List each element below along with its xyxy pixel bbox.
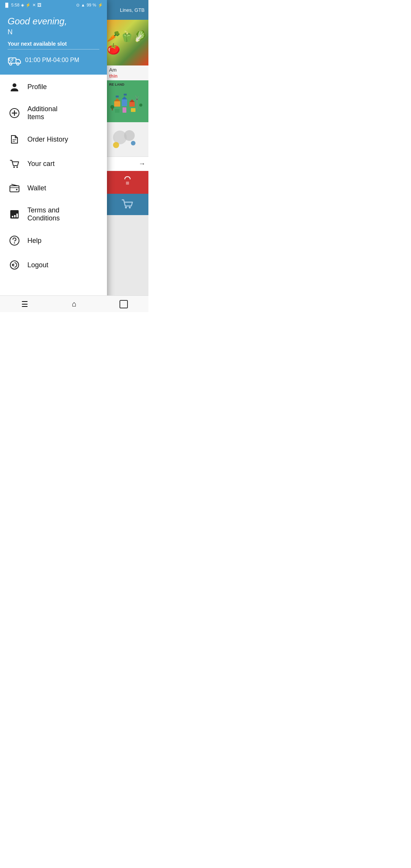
menu-item-logout[interactable]: Logout xyxy=(0,253,80,277)
help-icon xyxy=(8,235,21,247)
svg-rect-10 xyxy=(124,94,127,96)
order-history-label: Order History xyxy=(27,136,68,144)
nav-back-button[interactable] xyxy=(115,296,132,313)
menu-item-order-history[interactable]: Order History xyxy=(0,127,80,152)
menu-item-additional-items[interactable]: Additional Items xyxy=(0,99,80,127)
nav-home-button[interactable]: ⌂ xyxy=(66,296,83,313)
game-grid-svg xyxy=(110,86,145,116)
svg-point-39 xyxy=(13,166,15,168)
svg-point-42 xyxy=(16,189,18,190)
profile-icon xyxy=(8,81,21,93)
svg-point-29 xyxy=(17,63,19,65)
svg-rect-24 xyxy=(126,182,129,185)
svg-marker-5 xyxy=(129,99,135,102)
svg-point-18 xyxy=(139,104,142,107)
nav-bar: ☰ ⌂ xyxy=(0,295,148,312)
truck-icon xyxy=(8,53,21,67)
svg-point-12 xyxy=(136,99,138,100)
balloon-svg xyxy=(108,124,147,155)
signal-icon: ▐▌ xyxy=(4,3,10,7)
svg-rect-0 xyxy=(114,101,120,107)
user-initial: N xyxy=(8,28,99,36)
menu-item-your-cart[interactable]: Your cart xyxy=(0,152,80,176)
photo-icon: 🖼 xyxy=(37,3,41,7)
terms-icon xyxy=(8,208,21,220)
svg-marker-1 xyxy=(114,98,120,101)
additional-items-label: Additional Items xyxy=(27,105,72,121)
status-bar: ▐▌ 5:58 ◈ ⚡ ✕ 🖼 ⊙ ▲ 99 % ⚡ xyxy=(0,0,107,10)
slot-row: 01:00 PM-04:00 PM xyxy=(8,53,99,67)
status-left: ▐▌ 5:58 ◈ ⚡ ✕ 🖼 xyxy=(4,3,41,8)
re-land-image: RE LAND xyxy=(107,80,148,122)
order-history-icon xyxy=(8,133,21,145)
svg-point-33 xyxy=(13,83,16,87)
svg-point-28 xyxy=(10,63,12,65)
right-panel-background: Lines, GTB 🥕🫑🥬🍅 Am thin RE LAND xyxy=(107,0,148,312)
nav-menu-button[interactable]: ☰ xyxy=(16,296,33,313)
slot-time: 01:00 PM-04:00 PM xyxy=(25,57,79,64)
svg-point-22 xyxy=(131,141,135,145)
drawer-overlay: ▐▌ 5:58 ◈ ⚡ ✕ 🖼 ⊙ ▲ 99 % ⚡ Good evening,… xyxy=(0,0,107,312)
svg-point-20 xyxy=(124,130,135,141)
arrow-section: → xyxy=(107,156,148,171)
drawer-header: Good evening, N Your next available slot xyxy=(0,10,107,75)
time-display: 5:58 xyxy=(11,3,19,7)
tools-icon: ✕ xyxy=(32,3,36,8)
svg-rect-4 xyxy=(129,102,135,107)
terms-conditions-label: Terms and Conditions xyxy=(27,206,72,222)
truck-svg xyxy=(8,55,21,65)
back-icon-svg xyxy=(119,300,128,309)
svg-line-13 xyxy=(135,96,137,99)
wallet-label: Wallet xyxy=(27,184,46,192)
svg-rect-7 xyxy=(123,107,126,113)
svg-rect-46 xyxy=(16,214,18,217)
logout-label: Logout xyxy=(27,261,48,269)
app-wrapper: Lines, GTB 🥕🫑🥬🍅 Am thin RE LAND xyxy=(0,0,148,312)
svg-rect-45 xyxy=(14,215,16,217)
wallet-icon xyxy=(8,182,21,194)
location-icon: ⊙ xyxy=(76,3,80,8)
profile-label: Profile xyxy=(27,83,47,91)
right-top-bar: Lines, GTB xyxy=(107,0,148,20)
usb-icon: ⚡ xyxy=(25,3,31,8)
svg-rect-2 xyxy=(122,99,127,106)
cart-icon xyxy=(8,158,21,170)
svg-rect-17 xyxy=(112,108,113,110)
arrow-icon[interactable]: → xyxy=(139,160,145,168)
right-top-bar-text: Lines, GTB xyxy=(120,7,145,13)
svg-rect-6 xyxy=(115,109,119,113)
balloon-section xyxy=(107,122,148,156)
wifi-icon: ▲ xyxy=(81,3,85,7)
right-cart-bar xyxy=(107,194,148,215)
svg-point-48 xyxy=(14,243,15,244)
cart-icon-right xyxy=(121,198,134,211)
additional-items-icon xyxy=(8,107,21,119)
svg-rect-8 xyxy=(131,108,135,112)
charging-icon: ⚡ xyxy=(98,3,103,8)
svg-rect-9 xyxy=(116,96,119,97)
status-right: ⊙ ▲ 99 % ⚡ xyxy=(76,3,103,8)
svg-point-25 xyxy=(125,207,127,209)
menu-item-profile[interactable]: Profile xyxy=(0,75,80,99)
svg-point-40 xyxy=(16,166,18,168)
thin-text: thin xyxy=(109,73,146,79)
your-cart-label: Your cart xyxy=(27,160,54,168)
svg-point-26 xyxy=(129,207,131,209)
svg-rect-44 xyxy=(12,216,13,217)
drawer-menu: Profile Additional Items xyxy=(0,75,80,312)
svg-marker-3 xyxy=(122,96,127,99)
re-land-label: RE LAND xyxy=(109,83,124,86)
bag-svg xyxy=(120,175,135,190)
menu-item-wallet[interactable]: Wallet xyxy=(0,176,80,200)
menu-item-help[interactable]: Help xyxy=(0,228,80,253)
svg-point-21 xyxy=(113,142,119,148)
menu-item-terms-conditions[interactable]: Terms and Conditions xyxy=(0,200,80,228)
nfc-icon: ◈ xyxy=(21,3,24,8)
battery-display: 99 % xyxy=(87,3,96,7)
svg-rect-41 xyxy=(10,186,19,192)
vegetable-image: 🥕🫑🥬🍅 xyxy=(107,20,148,65)
bag-section xyxy=(107,171,148,194)
svg-line-15 xyxy=(134,99,136,101)
help-label: Help xyxy=(27,237,41,245)
svg-rect-51 xyxy=(120,300,127,308)
